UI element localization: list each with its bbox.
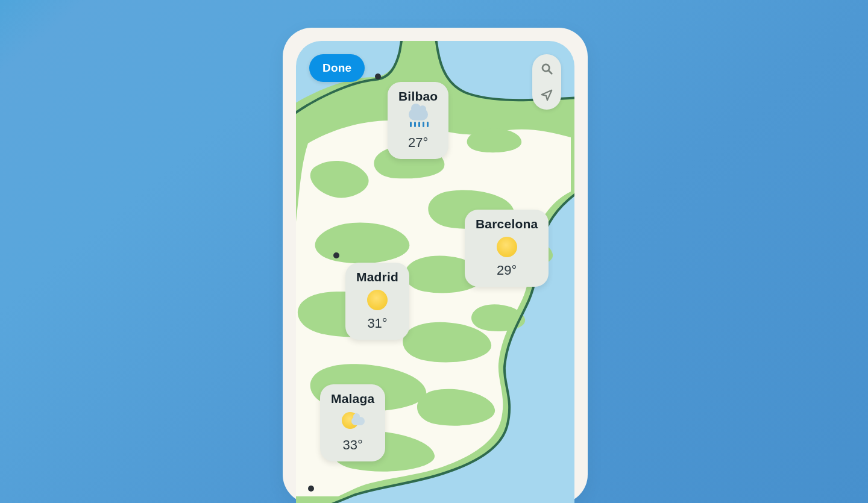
weather-icon-partly [341,410,365,434]
map-dot-malaga [308,486,314,492]
sun-icon [497,237,517,257]
city-name: Malaga [331,392,374,406]
weather-icon-sunny [365,288,389,312]
sun-icon [367,290,388,310]
weather-icon-rain [406,107,430,131]
weather-card-malaga[interactable]: Malaga 33° [320,384,385,461]
screen: Done [296,41,574,503]
weather-card-bilbao[interactable]: Bilbao 27° [388,82,448,159]
city-name: Bilbao [398,89,438,104]
locate-button[interactable] [538,87,555,104]
partly-cloudy-icon [341,410,365,434]
done-button[interactable]: Done [309,54,365,82]
search-icon [540,62,553,75]
temperature: 31° [367,316,387,331]
temperature: 27° [408,135,428,151]
temperature: 29° [497,263,517,278]
city-name: Madrid [356,270,398,284]
location-arrow-icon [540,89,553,102]
map-controls [532,54,561,110]
weather-card-madrid[interactable]: Madrid 31° [345,263,409,340]
page-background: Done [0,0,868,503]
weather-icon-sunny [495,235,519,259]
map-dot-madrid [333,252,339,258]
done-label: Done [322,61,351,75]
device-frame: Done [283,28,588,503]
weather-card-barcelona[interactable]: Barcelona 29° [465,210,549,287]
search-button[interactable] [538,60,555,77]
map-dot-bilbao [375,73,381,80]
temperature: 33° [343,437,363,453]
rain-icon [406,107,430,131]
city-name: Barcelona [476,217,538,231]
svg-line-2 [549,70,552,73]
